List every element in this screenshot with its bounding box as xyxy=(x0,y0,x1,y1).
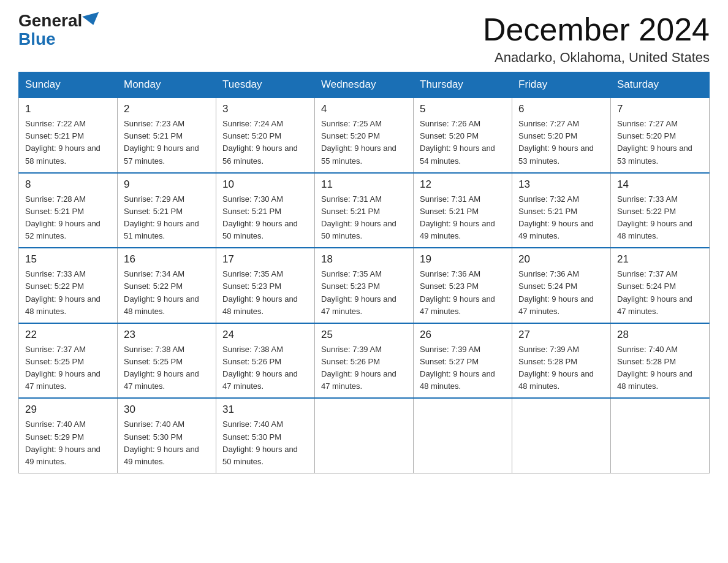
table-row: 17 Sunrise: 7:35 AMSunset: 5:23 PMDaylig… xyxy=(216,248,315,323)
day-number: 6 xyxy=(518,103,604,115)
calendar-week-row: 8 Sunrise: 7:28 AMSunset: 5:21 PMDayligh… xyxy=(19,173,710,248)
table-row xyxy=(512,398,611,473)
day-number: 31 xyxy=(222,404,308,416)
day-number: 22 xyxy=(25,329,111,341)
day-info: Sunrise: 7:33 AMSunset: 5:22 PMDaylight:… xyxy=(617,193,703,243)
day-number: 4 xyxy=(321,103,407,115)
day-info: Sunrise: 7:36 AMSunset: 5:23 PMDaylight:… xyxy=(420,268,506,318)
day-number: 9 xyxy=(124,178,210,191)
table-row: 28 Sunrise: 7:40 AMSunset: 5:28 PMDaylig… xyxy=(611,323,710,399)
day-number: 5 xyxy=(420,103,506,115)
day-info: Sunrise: 7:37 AMSunset: 5:24 PMDaylight:… xyxy=(617,268,703,318)
table-row: 16 Sunrise: 7:34 AMSunset: 5:22 PMDaylig… xyxy=(118,248,216,323)
day-number: 16 xyxy=(124,253,210,266)
table-row: 22 Sunrise: 7:37 AMSunset: 5:25 PMDaylig… xyxy=(19,323,118,399)
day-info: Sunrise: 7:38 AMSunset: 5:25 PMDaylight:… xyxy=(124,343,210,393)
day-number: 26 xyxy=(420,329,506,341)
day-number: 2 xyxy=(124,103,210,115)
day-info: Sunrise: 7:34 AMSunset: 5:22 PMDaylight:… xyxy=(124,268,210,318)
day-number: 25 xyxy=(321,329,407,341)
day-number: 15 xyxy=(25,253,111,266)
day-info: Sunrise: 7:38 AMSunset: 5:26 PMDaylight:… xyxy=(222,343,308,393)
table-row: 4 Sunrise: 7:25 AMSunset: 5:20 PMDayligh… xyxy=(315,98,414,173)
table-row: 27 Sunrise: 7:39 AMSunset: 5:28 PMDaylig… xyxy=(512,323,611,399)
day-number: 19 xyxy=(420,253,506,266)
table-row: 2 Sunrise: 7:23 AMSunset: 5:21 PMDayligh… xyxy=(118,98,216,173)
calendar-week-row: 1 Sunrise: 7:22 AMSunset: 5:21 PMDayligh… xyxy=(19,98,710,173)
table-row: 7 Sunrise: 7:27 AMSunset: 5:20 PMDayligh… xyxy=(611,98,710,173)
day-number: 17 xyxy=(222,253,308,266)
calendar-week-row: 29 Sunrise: 7:40 AMSunset: 5:29 PMDaylig… xyxy=(19,398,710,473)
day-number: 8 xyxy=(25,178,111,191)
col-saturday: Saturday xyxy=(611,72,710,98)
table-row: 29 Sunrise: 7:40 AMSunset: 5:29 PMDaylig… xyxy=(19,398,118,473)
day-number: 27 xyxy=(518,329,604,341)
day-number: 30 xyxy=(124,404,210,416)
col-sunday: Sunday xyxy=(19,72,118,98)
col-monday: Monday xyxy=(118,72,216,98)
day-info: Sunrise: 7:37 AMSunset: 5:25 PMDaylight:… xyxy=(25,343,111,393)
col-tuesday: Tuesday xyxy=(216,72,315,98)
day-number: 1 xyxy=(25,103,111,115)
table-row: 25 Sunrise: 7:39 AMSunset: 5:26 PMDaylig… xyxy=(315,323,414,399)
table-row xyxy=(315,398,414,473)
col-thursday: Thursday xyxy=(414,72,512,98)
day-info: Sunrise: 7:40 AMSunset: 5:28 PMDaylight:… xyxy=(617,343,703,393)
table-row: 1 Sunrise: 7:22 AMSunset: 5:21 PMDayligh… xyxy=(19,98,118,173)
table-row: 26 Sunrise: 7:39 AMSunset: 5:27 PMDaylig… xyxy=(414,323,512,399)
logo-text-blue: Blue xyxy=(18,29,56,49)
day-number: 23 xyxy=(124,329,210,341)
day-info: Sunrise: 7:39 AMSunset: 5:27 PMDaylight:… xyxy=(420,343,506,393)
day-info: Sunrise: 7:39 AMSunset: 5:28 PMDaylight:… xyxy=(518,343,604,393)
day-info: Sunrise: 7:26 AMSunset: 5:20 PMDaylight:… xyxy=(420,118,506,167)
table-row: 6 Sunrise: 7:27 AMSunset: 5:20 PMDayligh… xyxy=(512,98,611,173)
day-info: Sunrise: 7:40 AMSunset: 5:30 PMDaylight:… xyxy=(124,418,210,468)
day-info: Sunrise: 7:40 AMSunset: 5:30 PMDaylight:… xyxy=(222,418,308,468)
table-row: 14 Sunrise: 7:33 AMSunset: 5:22 PMDaylig… xyxy=(611,173,710,248)
table-row: 8 Sunrise: 7:28 AMSunset: 5:21 PMDayligh… xyxy=(19,173,118,248)
table-row: 12 Sunrise: 7:31 AMSunset: 5:21 PMDaylig… xyxy=(414,173,512,248)
day-number: 21 xyxy=(617,253,703,266)
table-row: 24 Sunrise: 7:38 AMSunset: 5:26 PMDaylig… xyxy=(216,323,315,399)
day-number: 7 xyxy=(617,103,703,115)
table-row: 9 Sunrise: 7:29 AMSunset: 5:21 PMDayligh… xyxy=(118,173,216,248)
table-row: 10 Sunrise: 7:30 AMSunset: 5:21 PMDaylig… xyxy=(216,173,315,248)
day-info: Sunrise: 7:31 AMSunset: 5:21 PMDaylight:… xyxy=(321,193,407,243)
calendar-week-row: 15 Sunrise: 7:33 AMSunset: 5:22 PMDaylig… xyxy=(19,248,710,323)
day-info: Sunrise: 7:36 AMSunset: 5:24 PMDaylight:… xyxy=(518,268,604,318)
day-info: Sunrise: 7:35 AMSunset: 5:23 PMDaylight:… xyxy=(222,268,308,318)
table-row: 15 Sunrise: 7:33 AMSunset: 5:22 PMDaylig… xyxy=(19,248,118,323)
day-info: Sunrise: 7:33 AMSunset: 5:22 PMDaylight:… xyxy=(25,268,111,318)
day-number: 20 xyxy=(518,253,604,266)
col-wednesday: Wednesday xyxy=(315,72,414,98)
day-number: 12 xyxy=(420,178,506,191)
page-header: General Blue December 2024 Anadarko, Okl… xyxy=(18,12,710,66)
day-info: Sunrise: 7:39 AMSunset: 5:26 PMDaylight:… xyxy=(321,343,407,393)
day-number: 3 xyxy=(222,103,308,115)
month-title: December 2024 xyxy=(483,12,710,47)
table-row: 19 Sunrise: 7:36 AMSunset: 5:23 PMDaylig… xyxy=(414,248,512,323)
table-row: 30 Sunrise: 7:40 AMSunset: 5:30 PMDaylig… xyxy=(118,398,216,473)
day-info: Sunrise: 7:27 AMSunset: 5:20 PMDaylight:… xyxy=(617,118,703,167)
day-number: 11 xyxy=(321,178,407,191)
day-info: Sunrise: 7:35 AMSunset: 5:23 PMDaylight:… xyxy=(321,268,407,318)
table-row: 20 Sunrise: 7:36 AMSunset: 5:24 PMDaylig… xyxy=(512,248,611,323)
table-row: 11 Sunrise: 7:31 AMSunset: 5:21 PMDaylig… xyxy=(315,173,414,248)
col-friday: Friday xyxy=(512,72,611,98)
day-info: Sunrise: 7:30 AMSunset: 5:21 PMDaylight:… xyxy=(222,193,308,243)
table-row: 18 Sunrise: 7:35 AMSunset: 5:23 PMDaylig… xyxy=(315,248,414,323)
table-row: 21 Sunrise: 7:37 AMSunset: 5:24 PMDaylig… xyxy=(611,248,710,323)
calendar-table: Sunday Monday Tuesday Wednesday Thursday… xyxy=(18,72,710,473)
day-info: Sunrise: 7:40 AMSunset: 5:29 PMDaylight:… xyxy=(25,418,111,468)
location-title: Anadarko, Oklahoma, United States xyxy=(483,50,710,66)
day-info: Sunrise: 7:25 AMSunset: 5:20 PMDaylight:… xyxy=(321,118,407,167)
day-info: Sunrise: 7:31 AMSunset: 5:21 PMDaylight:… xyxy=(420,193,506,243)
day-info: Sunrise: 7:28 AMSunset: 5:21 PMDaylight:… xyxy=(25,193,111,243)
day-number: 24 xyxy=(222,329,308,341)
logo-text-general: General xyxy=(18,12,82,29)
logo: General Blue xyxy=(18,12,100,49)
table-row: 5 Sunrise: 7:26 AMSunset: 5:20 PMDayligh… xyxy=(414,98,512,173)
day-number: 13 xyxy=(518,178,604,191)
table-row: 13 Sunrise: 7:32 AMSunset: 5:21 PMDaylig… xyxy=(512,173,611,248)
title-block: December 2024 Anadarko, Oklahoma, United… xyxy=(483,12,710,66)
